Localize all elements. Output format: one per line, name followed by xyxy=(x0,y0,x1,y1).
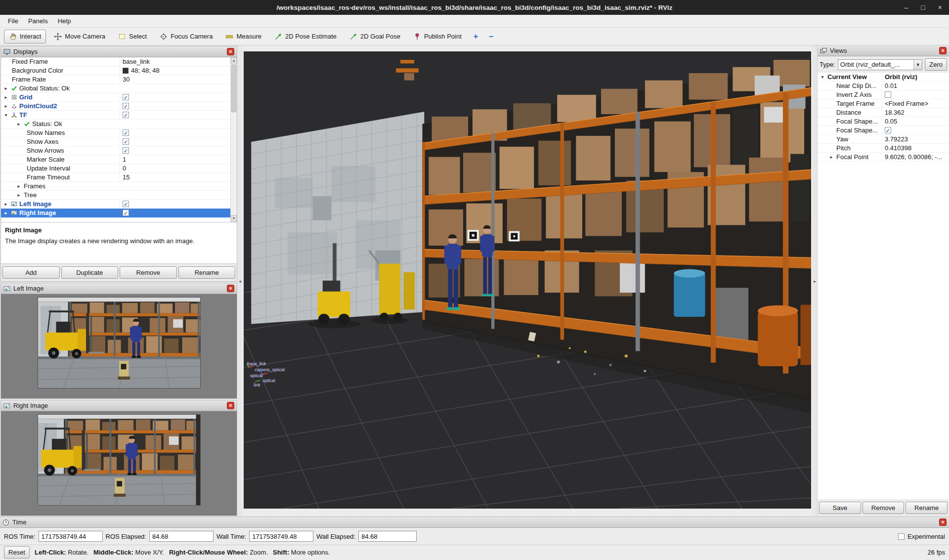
view-property-row[interactable]: Pitch 0.410398 xyxy=(818,144,949,153)
interact-tool-button[interactable]: Interact xyxy=(4,30,46,43)
view-row[interactable]: Current View Orbit (rviz) xyxy=(818,73,949,82)
property-row[interactable]: Show Axes xyxy=(1,137,230,146)
property-row[interactable]: Marker Scale 1 xyxy=(1,155,230,164)
expander-icon[interactable] xyxy=(3,102,9,111)
close-panel-icon[interactable]: × xyxy=(227,48,234,55)
property-checkbox[interactable] xyxy=(885,127,891,133)
view-type-dropdown[interactable]: Orbit (rviz_default_... ▼ xyxy=(838,59,922,70)
property-value[interactable]: 0.05 xyxy=(885,117,897,126)
remove-button[interactable]: Remove xyxy=(863,502,905,514)
property-checkbox[interactable] xyxy=(885,91,891,98)
view-property-row[interactable]: Focal Shape... 0.05 xyxy=(818,117,949,126)
ros-time-input[interactable] xyxy=(39,531,103,542)
3d-viewport[interactable]: base_link camera_optical optical optical… xyxy=(244,51,811,509)
select-tool-button[interactable]: Select xyxy=(113,30,152,43)
close-panel-icon[interactable]: × xyxy=(227,285,234,292)
expander-icon[interactable] xyxy=(3,84,9,93)
collapse-right-icon[interactable] xyxy=(814,279,816,284)
add-button[interactable]: Add xyxy=(2,266,60,279)
scrollbar-thumb[interactable] xyxy=(231,65,236,112)
maximize-button[interactable]: □ xyxy=(921,3,925,11)
displays-panel-header[interactable]: Displays × xyxy=(1,46,237,57)
left-splitter[interactable] xyxy=(238,45,242,517)
wall-time-input[interactable] xyxy=(249,531,313,542)
menu-panels[interactable]: Panels xyxy=(23,16,53,26)
display-row-right-image[interactable]: Right Image xyxy=(1,209,230,217)
property-value[interactable]: 3.79223 xyxy=(885,135,908,144)
property-checkbox[interactable] xyxy=(123,138,129,145)
status-row[interactable]: Global Status: Ok xyxy=(1,84,230,93)
duplicate-button[interactable]: Duplicate xyxy=(61,266,119,279)
expander-icon[interactable] xyxy=(16,120,22,129)
close-button[interactable]: × xyxy=(938,3,942,11)
property-value[interactable]: 30 xyxy=(123,75,129,84)
rename-button[interactable]: Rename xyxy=(178,266,236,279)
save-button[interactable]: Save xyxy=(819,502,861,514)
property-value[interactable]: 15 xyxy=(123,173,129,182)
expander-icon[interactable] xyxy=(820,73,825,82)
zero-button[interactable]: Zero xyxy=(925,58,947,71)
ros-elapsed-input[interactable] xyxy=(149,531,214,542)
views-panel-header[interactable]: Views × xyxy=(818,45,949,56)
publish-point-tool-button[interactable]: Publish Point xyxy=(408,30,467,43)
property-row[interactable]: Show Names xyxy=(1,129,230,137)
remove-button[interactable]: Remove xyxy=(120,266,177,279)
property-row[interactable]: Fixed Frame base_link xyxy=(1,57,230,66)
right-image-panel-header[interactable]: Right Image × xyxy=(1,400,237,411)
property-row[interactable]: Update Interval 0 xyxy=(1,164,230,173)
property-row[interactable]: Frames xyxy=(1,182,230,191)
display-row-pointcloud2[interactable]: PointCloud2 xyxy=(1,102,230,111)
view-property-row[interactable]: Yaw 3.79223 xyxy=(818,135,949,144)
property-row[interactable]: Frame Rate 30 xyxy=(1,75,230,84)
property-checkbox[interactable] xyxy=(123,147,129,154)
display-row-grid[interactable]: Grid xyxy=(1,93,230,102)
experimental-checkbox[interactable] xyxy=(898,533,905,540)
enable-checkbox[interactable] xyxy=(123,94,129,100)
expander-icon[interactable] xyxy=(828,153,834,162)
menu-help[interactable]: Help xyxy=(53,16,76,26)
view-property-row[interactable]: Target Frame <Fixed Frame> xyxy=(818,99,949,108)
expander-icon[interactable] xyxy=(3,209,9,217)
displays-scrollbar[interactable]: ▲ ▼ xyxy=(230,57,237,222)
property-row[interactable]: Show Arrows xyxy=(1,146,230,155)
property-value[interactable]: 0.01 xyxy=(885,82,897,90)
expander-icon[interactable] xyxy=(16,182,22,191)
close-panel-icon[interactable]: × xyxy=(939,518,947,526)
rename-button[interactable]: Rename xyxy=(906,502,948,514)
color-swatch[interactable] xyxy=(123,68,129,74)
chevron-down-icon[interactable]: ▼ xyxy=(913,60,922,70)
focus-camera-tool-button[interactable]: Focus Camera xyxy=(155,30,217,43)
expander-icon[interactable] xyxy=(3,111,9,120)
expander-icon[interactable] xyxy=(3,200,9,209)
wall-elapsed-input[interactable] xyxy=(358,531,417,542)
scroll-down-icon[interactable]: ▼ xyxy=(231,215,237,222)
reset-button[interactable]: Reset xyxy=(4,546,30,559)
expander-icon[interactable] xyxy=(16,191,22,200)
add-tool-button[interactable]: + xyxy=(470,30,482,43)
view-property-row[interactable]: Distance 18.362 xyxy=(818,108,949,117)
property-value[interactable]: 0.410398 xyxy=(885,144,911,153)
enable-checkbox[interactable] xyxy=(123,210,129,216)
scroll-up-icon[interactable]: ▲ xyxy=(231,57,237,64)
enable-checkbox[interactable] xyxy=(123,103,129,109)
property-value[interactable]: 48; 48; 48 xyxy=(131,66,160,75)
display-row-tf[interactable]: TF xyxy=(1,111,230,120)
minimize-button[interactable]: – xyxy=(905,3,908,11)
view-property-row[interactable]: Focal Shape... xyxy=(818,126,949,135)
close-panel-icon[interactable]: × xyxy=(939,47,947,54)
property-value[interactable]: 1 xyxy=(123,155,126,164)
property-value[interactable]: 18.362 xyxy=(885,108,905,117)
expander-icon[interactable] xyxy=(3,93,9,102)
close-panel-icon[interactable]: × xyxy=(227,402,234,409)
property-value[interactable]: 0 xyxy=(123,164,126,173)
display-row-left-image[interactable]: Left Image xyxy=(1,200,230,209)
property-row[interactable]: Frame Timeout 15 xyxy=(1,173,230,182)
enable-checkbox[interactable] xyxy=(123,112,129,118)
property-value[interactable]: <Fixed Frame> xyxy=(885,99,928,108)
property-row[interactable]: Tree xyxy=(1,191,230,200)
property-row[interactable]: Background Color 48; 48; 48 xyxy=(1,66,230,75)
left-image-panel-header[interactable]: Left Image × xyxy=(1,283,237,294)
property-value[interactable]: 9.6026; 0.90086; -... xyxy=(885,153,942,162)
right-splitter[interactable] xyxy=(813,45,817,517)
collapse-left-icon[interactable] xyxy=(239,279,241,284)
